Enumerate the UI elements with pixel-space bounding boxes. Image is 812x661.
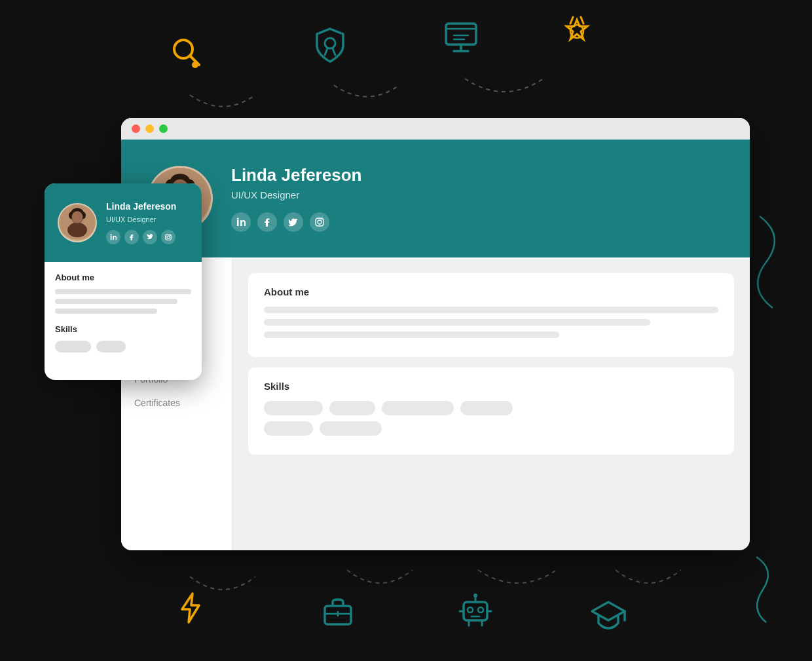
skill-pill xyxy=(264,421,313,436)
mobile-placeholder xyxy=(55,289,191,294)
mobile-twitter-icon[interactable] xyxy=(143,230,157,244)
svg-line-5 xyxy=(333,48,335,55)
about-title: About me xyxy=(264,286,718,297)
svg-rect-48 xyxy=(111,236,112,240)
skill-pill xyxy=(382,401,454,415)
traffic-light-red[interactable] xyxy=(132,124,140,133)
svg-point-37 xyxy=(237,218,239,220)
mobile-instagram-icon[interactable] xyxy=(161,230,175,244)
linkedin-icon[interactable] xyxy=(231,212,251,232)
facebook-icon[interactable] xyxy=(257,212,277,232)
nav-certificates[interactable]: Certificates xyxy=(134,391,219,415)
svg-point-40 xyxy=(322,219,323,221)
browser-window: Linda Jefereson UI/UX Designer xyxy=(121,118,750,550)
svg-point-21 xyxy=(473,594,477,597)
svg-rect-36 xyxy=(237,220,239,226)
presentation-icon xyxy=(442,18,480,52)
svg-point-49 xyxy=(111,234,112,235)
social-links xyxy=(231,212,724,232)
mobile-card: Linda Jefereson UI/UX Designer About me xyxy=(45,183,202,380)
mobile-placeholder xyxy=(55,299,177,304)
skills-title: Skills xyxy=(264,381,718,392)
skill-pill xyxy=(264,401,323,415)
skills-section: Skills xyxy=(248,368,734,455)
mobile-facebook-icon[interactable] xyxy=(124,230,139,244)
about-section: About me xyxy=(248,273,734,357)
skills-row-2 xyxy=(264,421,718,436)
mobile-avatar-image xyxy=(59,203,96,241)
mobile-avatar xyxy=(58,203,97,242)
profile-name: Linda Jefereson xyxy=(231,165,724,185)
svg-point-52 xyxy=(170,235,170,236)
svg-point-17 xyxy=(468,607,473,613)
profile-info: Linda Jefereson UI/UX Designer xyxy=(231,165,724,232)
mobile-skill-pill xyxy=(96,341,126,352)
svg-point-3 xyxy=(325,38,335,48)
instagram-icon[interactable] xyxy=(310,212,329,232)
mobile-linkedin-icon[interactable] xyxy=(106,230,120,244)
traffic-light-yellow[interactable] xyxy=(145,124,154,133)
placeholder-line xyxy=(264,307,718,313)
placeholder-line xyxy=(264,319,650,326)
mobile-skills-section: Skills xyxy=(55,324,191,352)
mobile-header: Linda Jefereson UI/UX Designer xyxy=(45,183,202,262)
mobile-title: UI/UX Designer xyxy=(106,216,176,223)
main-layout: About me Skills Experience Education Por… xyxy=(121,257,750,550)
robot-icon xyxy=(458,592,492,630)
search-icon xyxy=(170,36,204,70)
placeholder-line xyxy=(264,331,559,338)
twitter-icon[interactable] xyxy=(284,212,303,232)
traffic-light-green[interactable] xyxy=(159,124,168,133)
graduation-icon xyxy=(589,597,627,631)
mobile-about-title: About me xyxy=(55,273,191,282)
skill-pill xyxy=(329,401,375,415)
browser-titlebar xyxy=(121,118,750,140)
mobile-name: Linda Jefereson xyxy=(106,201,176,212)
main-content: About me Skills xyxy=(232,257,750,550)
svg-point-43 xyxy=(67,223,87,237)
mobile-info: Linda Jefereson UI/UX Designer xyxy=(106,201,176,244)
svg-point-51 xyxy=(167,236,170,238)
badge-icon xyxy=(313,26,347,64)
svg-point-39 xyxy=(318,220,322,224)
mobile-placeholder xyxy=(55,309,157,314)
svg-rect-50 xyxy=(166,235,172,240)
profile-job-title: UI/UX Designer xyxy=(231,189,724,200)
skill-pill xyxy=(460,401,513,415)
svg-point-18 xyxy=(478,607,483,613)
mobile-skills-title: Skills xyxy=(55,324,191,334)
mobile-skills-row xyxy=(55,341,191,352)
svg-rect-6 xyxy=(446,24,476,45)
svg-marker-26 xyxy=(592,602,625,620)
mobile-skill-pill xyxy=(55,341,91,352)
profile-header: Linda Jefereson UI/UX Designer xyxy=(121,140,750,257)
briefcase-icon xyxy=(321,594,355,628)
svg-rect-38 xyxy=(316,218,323,226)
mobile-social xyxy=(106,230,176,244)
svg-point-2 xyxy=(192,62,198,68)
skill-pill xyxy=(320,421,382,436)
svg-point-47 xyxy=(72,211,83,223)
skills-row-1 xyxy=(264,401,718,415)
mobile-body: About me Skills xyxy=(45,262,202,363)
lightning-icon xyxy=(177,591,204,625)
medal-icon xyxy=(560,14,594,52)
svg-line-4 xyxy=(325,48,327,55)
